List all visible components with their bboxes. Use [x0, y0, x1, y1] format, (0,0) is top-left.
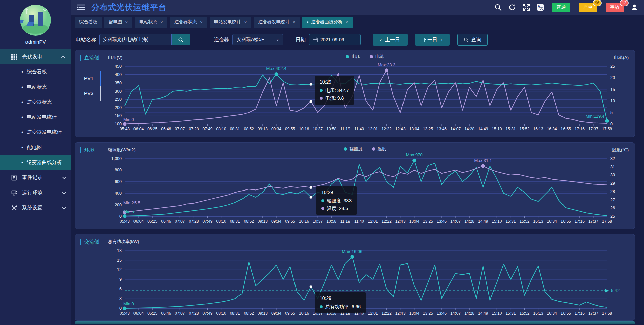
tooltip-series-value: 总有功功率: 6.66 — [325, 303, 361, 311]
alarm-pill[interactable]: 普通 — [552, 3, 570, 12]
sidebar-subitem-label: 逆变器状态 — [27, 99, 52, 105]
tab[interactable]: 逆变器状态× — [170, 17, 207, 28]
sidebar-item[interactable]: 系统设置 — [0, 200, 71, 215]
user-icon[interactable] — [631, 4, 638, 11]
annotation-dot — [481, 164, 485, 168]
tab-close-icon[interactable]: × — [160, 20, 163, 25]
y-tick-label: 28 — [610, 189, 615, 194]
x-tick-label: 05:43 — [120, 219, 130, 224]
alarm-pill[interactable]: 严重96 — [579, 3, 597, 12]
collapse-menu-icon[interactable] — [77, 4, 85, 10]
filter-bar: 电站名称 安科瑞光伏电站(上海) 逆变器 安科瑞A楼5F ∨ 日期 2021-0… — [71, 31, 644, 48]
sidebar-subitem[interactable]: •逆变器状态 — [0, 95, 71, 110]
inverter-select[interactable]: 安科瑞A楼5F ∨ — [232, 34, 283, 45]
tab[interactable]: 电站状态× — [135, 17, 167, 28]
sidebar-subitem[interactable]: •综合看板 — [0, 64, 71, 79]
dc-line-chart[interactable]: 450400350300250200150100252015105005:430… — [103, 60, 627, 134]
tools-icon — [11, 205, 17, 211]
tab-bar: 综合看板配电图×电站状态×逆变器状态×电站发电统计×逆变器发电统计×●逆变器曲线… — [71, 15, 644, 30]
x-tick-label: 13:25 — [423, 219, 433, 224]
sidebar-item[interactable]: 光伏发电 — [0, 49, 71, 64]
sidebar-subitem[interactable]: •电站发电统计 — [0, 110, 71, 125]
x-tick-label: 09:34 — [271, 127, 281, 131]
y-axis-title-power: 总有功功率(kW) — [108, 239, 139, 245]
sidebar-subitem[interactable]: •配电图 — [0, 140, 71, 155]
chevron-down-icon: ∨ — [276, 37, 279, 42]
y-tick-label: 3 — [119, 296, 122, 301]
env-line-chart[interactable]: 1,0008006004002000323130292827262505:430… — [103, 153, 627, 226]
tab-close-icon[interactable]: × — [200, 20, 203, 25]
x-tick-label: 06:25 — [147, 311, 157, 316]
x-tick-label: 08:31 — [230, 127, 240, 131]
next-day-button[interactable]: 下一日 › — [415, 34, 450, 46]
svg-text:文: 文 — [540, 7, 543, 10]
sidebar-subitem[interactable]: •逆变器发电统计 — [0, 125, 71, 140]
translate-icon[interactable]: A文 — [537, 4, 544, 11]
alarm-pill[interactable]: 事故12 — [606, 3, 624, 12]
y-tick-label: 12 — [117, 267, 122, 272]
tab-close-icon[interactable]: × — [345, 20, 348, 25]
prev-day-button[interactable]: ‹ 上一日 — [373, 34, 408, 46]
tab[interactable]: 逆变器发电统计× — [254, 17, 300, 28]
y-tick-label: 27 — [610, 198, 615, 202]
sidebar-item[interactable]: 事件记录 — [0, 170, 71, 185]
tab-close-icon[interactable]: × — [125, 20, 128, 25]
y-tick-label: 26 — [610, 206, 615, 210]
legend-item[interactable]: 电压 — [346, 54, 360, 60]
bullet-icon: • — [21, 114, 23, 120]
x-tick-label: 14:28 — [464, 127, 474, 131]
x-tick-label: 12:22 — [382, 127, 392, 131]
x-tick-label: 08:31 — [230, 311, 240, 316]
chevron-down-icon — [62, 175, 66, 179]
y-tick-label: 400 — [115, 191, 122, 196]
legend-item[interactable]: 温度 — [372, 146, 386, 152]
tooltip-series-dot — [321, 207, 324, 210]
legend-item[interactable]: 辐照度 — [344, 146, 363, 152]
date-input[interactable]: 2021-09-09 — [309, 34, 361, 45]
y-tick-label: 400 — [115, 72, 122, 77]
annotation-dot — [385, 68, 388, 72]
horizontal-scrollbar[interactable] — [75, 321, 635, 324]
x-tick-label: 12:43 — [395, 127, 406, 131]
x-tick-label: 06:25 — [147, 219, 157, 224]
x-tick-label: 13:25 — [423, 311, 433, 316]
y-tick-label: 31 — [610, 165, 615, 169]
sidebar-item[interactable]: 运行环境 — [0, 185, 71, 200]
station-search-button[interactable] — [172, 34, 190, 45]
sidebar-subitem[interactable]: •逆变器曲线分析 — [0, 155, 71, 170]
pv-tab[interactable]: PV1 — [84, 71, 101, 86]
series-line — [125, 257, 607, 309]
crosshair-dot — [310, 186, 312, 189]
query-button[interactable]: 查询 — [457, 34, 488, 46]
x-tick-label: 12:22 — [382, 311, 392, 316]
legend-item[interactable]: 电流 — [370, 54, 384, 60]
x-tick-label: 05:43 — [120, 311, 130, 316]
x-tick-label: 09:55 — [285, 127, 295, 131]
search-icon[interactable] — [494, 4, 502, 11]
annotation-dot — [412, 159, 416, 162]
fullscreen-icon[interactable] — [523, 4, 530, 11]
x-tick-label: 16:13 — [533, 311, 543, 316]
sidebar-subitem[interactable]: •电站状态 — [0, 79, 71, 95]
alarm-pills: 普通严重96事故12 — [552, 3, 624, 12]
header: 分布式光伏运维平台 A文 普通严重96事故12 — [71, 0, 644, 15]
station-name-input[interactable]: 安科瑞光伏电站(上海) — [99, 34, 172, 45]
y-tick-label: 18 — [117, 248, 122, 253]
tab[interactable]: 电站发电统计× — [210, 17, 251, 28]
x-tick-label: 06:04 — [133, 219, 144, 224]
legend-dot — [346, 55, 349, 58]
tab-close-icon[interactable]: × — [244, 20, 247, 25]
annotation-label: Min:0 — [123, 117, 134, 122]
x-tick-label: 11:40 — [354, 127, 364, 131]
x-tick-label: 11:19 — [340, 127, 350, 131]
x-tick-label: 14:07 — [450, 219, 461, 224]
chevron-left-icon: ‹ — [380, 37, 382, 43]
tab-close-icon[interactable]: × — [293, 20, 296, 25]
pv-tab[interactable]: PV3 — [84, 86, 101, 101]
tab[interactable]: 配电图× — [104, 17, 132, 28]
annotation-label: Min:5 — [123, 209, 134, 214]
refresh-icon[interactable] — [508, 4, 516, 11]
x-tick-label: 16:13 — [533, 127, 543, 131]
tab[interactable]: 综合看板 — [75, 17, 102, 28]
tab[interactable]: ●逆变器曲线分析× — [302, 17, 353, 28]
